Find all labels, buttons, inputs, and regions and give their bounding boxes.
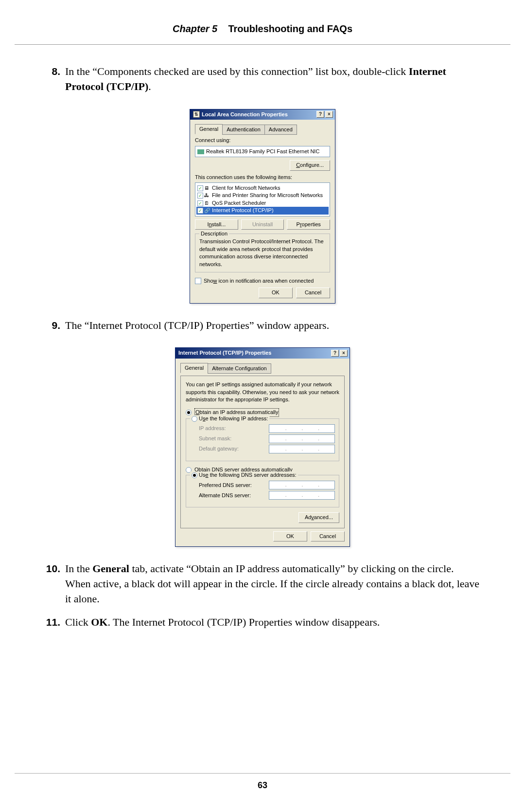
chapter-header: Chapter 5 Troubleshooting and FAQs xyxy=(0,0,525,44)
subnet-label: Subnet mask: xyxy=(199,435,265,442)
qos-icon: 🗓 xyxy=(204,200,211,206)
radio-use-dns-label[interactable]: Use the following DNS server addresses: xyxy=(199,472,297,478)
checkbox-icon[interactable] xyxy=(195,278,201,284)
list-item-label: File and Printer Sharing for Microsoft N… xyxy=(212,192,323,198)
list-item-label: Internet Protocol (TCP/IP) xyxy=(212,207,274,213)
ip-address-label: IP address: xyxy=(199,425,265,432)
radio-use-ip-label[interactable]: Use the following IP address: xyxy=(199,415,268,421)
protocol-icon: 🔗 xyxy=(204,208,211,214)
use-dns-group: Use the following DNS server addresses: … xyxy=(186,475,339,507)
step-10: 10. In the General tab, activate “Obtain… xyxy=(45,561,480,606)
ok-button[interactable]: OK xyxy=(273,531,307,541)
checkbox-icon[interactable]: ✓ xyxy=(197,193,203,198)
adapter-icon xyxy=(197,149,204,154)
network-icon: ⇅ xyxy=(193,111,200,118)
gateway-field: ... xyxy=(269,445,335,453)
items-label: This connection uses the following items… xyxy=(195,174,330,181)
tab-advanced[interactable]: Advanced xyxy=(264,125,297,135)
step-text: In the “Components checked are used by t… xyxy=(65,64,480,94)
advanced-button[interactable]: Advanced... xyxy=(298,512,339,523)
configure-button[interactable]: CConfigure...onfigure... xyxy=(290,160,330,170)
step-8: 8. In the “Components checked are used b… xyxy=(45,64,480,94)
share-icon: 🖧 xyxy=(204,193,211,198)
cancel-button[interactable]: Cancel xyxy=(296,288,330,298)
radio-icon[interactable] xyxy=(192,472,197,478)
step-text: The “Internet Protocol (TCP/IP) Properti… xyxy=(65,318,480,333)
components-listbox[interactable]: ✓🖥Client for Microsoft Networks ✓🖧File a… xyxy=(195,182,330,217)
radio-icon[interactable] xyxy=(192,416,197,422)
intro-text: You can get IP settings assigned automat… xyxy=(186,381,339,403)
description-legend: Description xyxy=(199,230,229,237)
install-button[interactable]: Install... xyxy=(195,219,238,230)
list-item[interactable]: ✓🖧File and Printer Sharing for Microsoft… xyxy=(196,192,329,199)
adapter-name: Realtek RTL8139 Family PCI Fast Ethernet… xyxy=(206,148,319,154)
titlebar[interactable]: ⇅ Local Area Connection Properties ? × xyxy=(190,109,335,120)
gateway-label: Default gateway: xyxy=(199,445,265,452)
help-button[interactable]: ? xyxy=(316,111,324,118)
cancel-button[interactable]: Cancel xyxy=(311,531,345,541)
list-item[interactable]: ✓🗓QoS Packet Scheduler xyxy=(196,199,329,207)
step-number: 9. xyxy=(45,318,65,333)
alt-dns-label: Alternate DNS server: xyxy=(199,492,265,499)
checkbox-icon[interactable]: ✓ xyxy=(197,200,203,206)
window-title: Internet Protocol (TCP/IP) Properties xyxy=(178,349,330,357)
client-icon: 🖥 xyxy=(204,185,211,191)
properties-button[interactable]: Properties xyxy=(287,219,330,230)
adapter-field: Realtek RTL8139 Family PCI Fast Ethernet… xyxy=(195,146,330,157)
group-legend: Use the following IP address: xyxy=(190,415,269,422)
chapter-number: Chapter 5 xyxy=(173,23,217,34)
close-button[interactable]: × xyxy=(340,350,348,357)
step-number: 10. xyxy=(45,561,65,606)
step-number: 8. xyxy=(45,64,65,94)
lan-properties-dialog: ⇅ Local Area Connection Properties ? × G… xyxy=(190,109,335,304)
help-button[interactable]: ? xyxy=(331,350,339,357)
tab-general[interactable]: General xyxy=(195,124,223,134)
checkbox-icon[interactable]: ✓ xyxy=(197,185,203,191)
tab-authentication[interactable]: Authentication xyxy=(222,125,265,135)
pref-dns-field[interactable]: ... xyxy=(269,481,335,489)
list-item[interactable]: ✓🖥Client for Microsoft Networks xyxy=(196,184,329,192)
alt-dns-field[interactable]: ... xyxy=(269,491,335,500)
subnet-field: ... xyxy=(269,434,335,443)
uninstall-button: Uninstall xyxy=(241,219,284,230)
step-11: 11. Click OK. The Internet Protocol (TCP… xyxy=(45,615,480,630)
chapter-title: Troubleshooting and FAQs xyxy=(228,23,352,34)
window-title: Local Area Connection Properties xyxy=(202,111,315,118)
ok-button[interactable]: OK xyxy=(259,288,293,298)
close-button[interactable]: × xyxy=(325,111,333,118)
tab-alternate[interactable]: Alternate Configuration xyxy=(208,363,271,374)
step-text: In the General tab, activate “Obtain an … xyxy=(65,561,480,606)
ip-address-field: ... xyxy=(269,424,335,433)
step-text: Click OK. The Internet Protocol (TCP/IP)… xyxy=(65,615,480,630)
tcpip-properties-dialog: Internet Protocol (TCP/IP) Properties ? … xyxy=(175,347,350,547)
group-legend: Use the following DNS server addresses: xyxy=(190,471,298,479)
use-ip-group: Use the following IP address: IP address… xyxy=(186,418,339,461)
pref-dns-label: Preferred DNS server: xyxy=(199,482,265,489)
step-number: 11. xyxy=(45,615,65,630)
description-group: Description Transmission Control Protoco… xyxy=(195,234,330,272)
tab-general[interactable]: General xyxy=(180,363,208,373)
description-text: Transmission Control Protocol/Internet P… xyxy=(199,238,324,267)
list-item-label: QoS Packet Scheduler xyxy=(212,200,266,206)
list-item-tcpip[interactable]: ✓🔗Internet Protocol (TCP/IP) xyxy=(196,207,329,214)
titlebar[interactable]: Internet Protocol (TCP/IP) Properties ? … xyxy=(175,348,350,358)
show-icon-row[interactable]: Show icon in notification area when conn… xyxy=(195,277,330,285)
tabs: GeneralAlternate Configuration xyxy=(180,362,345,373)
connect-using-label: Connect using: xyxy=(195,137,330,144)
step-9: 9. The “Internet Protocol (TCP/IP) Prope… xyxy=(45,318,480,333)
show-icon-label: Show icon in notification area when conn… xyxy=(204,277,314,285)
page-number: 63 xyxy=(0,774,525,797)
tabs: GeneralAuthenticationAdvanced xyxy=(195,124,330,134)
checkbox-icon[interactable]: ✓ xyxy=(197,208,203,214)
list-item-label: Client for Microsoft Networks xyxy=(212,185,280,191)
